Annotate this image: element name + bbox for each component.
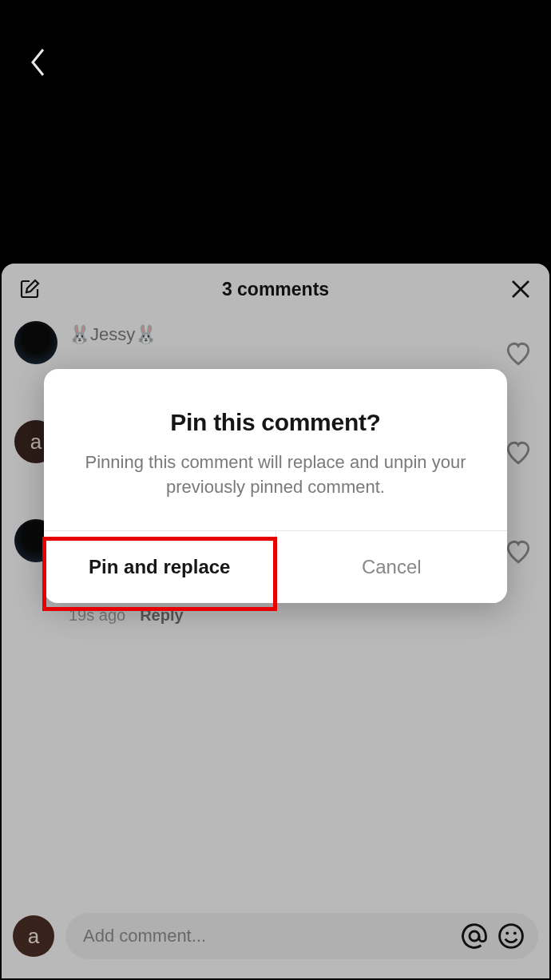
dialog-actions: Pin and replace Cancel — [44, 530, 507, 603]
comment-username[interactable]: 🐰Jessy🐰 — [69, 324, 537, 345]
chevron-left-icon — [29, 47, 48, 77]
svg-point-3 — [500, 925, 523, 948]
like-button[interactable] — [505, 538, 532, 569]
comment-row: 🐰Jessy🐰 — [14, 321, 537, 364]
dialog-title: Pin this comment? — [44, 369, 507, 450]
avatar[interactable] — [14, 321, 57, 364]
compose-icon — [18, 278, 41, 300]
compose-button[interactable] — [18, 277, 42, 301]
comment-input-pill — [65, 913, 538, 959]
comment-meta: 19s ago Reply — [69, 606, 537, 625]
svg-point-2 — [470, 931, 479, 941]
dialog-description: Pinning this comment will replace and un… — [44, 450, 507, 530]
comment-composer: a — [13, 911, 538, 961]
heart-icon — [505, 439, 532, 466]
pin-comment-dialog: Pin this comment? Pinning this comment w… — [44, 369, 507, 603]
svg-point-5 — [513, 931, 517, 934]
heart-icon — [505, 340, 532, 367]
svg-point-4 — [505, 931, 509, 934]
like-button[interactable] — [505, 340, 532, 371]
my-avatar[interactable]: a — [13, 915, 54, 957]
comments-count-title: 3 comments — [2, 279, 549, 300]
close-comments-button[interactable] — [508, 276, 533, 302]
comments-header: 3 comments — [2, 264, 549, 315]
back-button[interactable] — [22, 46, 54, 78]
cancel-button[interactable]: Cancel — [276, 531, 508, 603]
at-icon — [460, 922, 489, 950]
like-button[interactable] — [505, 439, 532, 470]
close-icon — [510, 279, 531, 300]
heart-icon — [505, 538, 532, 565]
comment-input[interactable] — [83, 926, 452, 946]
reply-button[interactable]: Reply — [140, 606, 183, 625]
emoji-button[interactable] — [497, 922, 525, 950]
video-backdrop — [0, 0, 551, 264]
pin-and-replace-button[interactable]: Pin and replace — [44, 531, 276, 603]
comment-body: 🐰Jessy🐰 — [69, 321, 537, 345]
mention-button[interactable] — [460, 922, 489, 950]
emoji-icon — [497, 922, 525, 950]
comment-time: 19s ago — [69, 606, 125, 625]
